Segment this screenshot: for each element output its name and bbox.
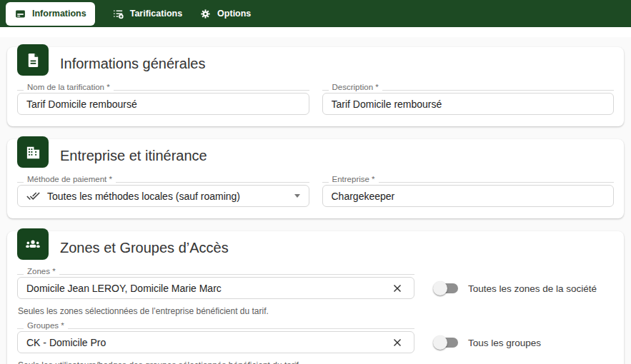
nom-tarification-input[interactable] — [26, 93, 300, 114]
field-nom-tarification: Nom de la tarification * — [17, 81, 309, 115]
card-header: Entreprise et itinérance — [17, 139, 614, 172]
field-entreprise: Entreprise * — [322, 173, 615, 207]
toggle-all-zones[interactable]: Toutes les zones de la société — [433, 281, 597, 295]
page-content: Informations générales Nom de la tarific… — [0, 37, 631, 364]
zones-input[interactable] — [26, 278, 382, 298]
toggle-label: Tous les groupes — [468, 338, 541, 348]
top-navigation-bar: Informations Tarifications — [0, 0, 631, 27]
clear-zones-button[interactable] — [389, 280, 405, 296]
toggle-all-groups[interactable]: Tous les groupes — [433, 335, 541, 350]
tab-label: Tarifications — [130, 9, 182, 19]
tab-label: Options — [217, 9, 251, 19]
gear-icon — [199, 8, 212, 20]
section-title: Entreprise et itinérance — [60, 148, 207, 164]
zones-row: Zones * Toutes les zon — [17, 266, 614, 299]
tab-informations[interactable]: Informations — [6, 2, 95, 26]
field-label-row: Description * — [322, 81, 615, 91]
content-divider — [0, 27, 631, 37]
clear-groupes-button[interactable] — [389, 335, 405, 350]
card-icon — [14, 8, 26, 20]
field-label-row: Zones * — [17, 266, 414, 275]
playlist-add-icon — [112, 8, 124, 20]
field-label: Nom de la tarification * — [24, 83, 114, 92]
field-label: Groupes * — [24, 321, 68, 330]
zones-helper-text: Seules les zones sélectionnées de l’entr… — [18, 306, 614, 316]
field-label: Méthode de paiement * — [24, 175, 116, 184]
field-zones: Zones * — [17, 266, 414, 299]
groupes-row: Groupes * Tous les gro — [17, 320, 614, 353]
done-all-icon — [26, 189, 40, 203]
document-icon — [17, 44, 49, 76]
toggle-label: Toutes les zones de la société — [468, 283, 597, 294]
selected-option: Toutes les méthodes locales (sauf roamin… — [47, 191, 240, 202]
entreprise-input[interactable] — [332, 186, 605, 206]
section-title: Zones et Groupes d’Accès — [60, 240, 229, 256]
card-header: Zones et Groupes d’Accès — [17, 231, 614, 264]
section-title: Informations générales — [60, 56, 205, 72]
building-icon — [17, 136, 49, 168]
groups-icon — [17, 228, 49, 260]
field-label-row: Entreprise * — [322, 173, 615, 183]
close-icon — [392, 283, 402, 293]
field-label-row: Nom de la tarification * — [17, 81, 309, 91]
description-input[interactable] — [332, 93, 605, 114]
methode-paiement-select[interactable]: Toutes les méthodes locales (sauf roamin… — [17, 185, 309, 207]
card-zones-groupes: Zones et Groupes d’Accès Zones * — [7, 231, 624, 364]
toggle-all-zones-switch[interactable] — [433, 281, 459, 295]
groupes-helper-text: Seuls les utilisateurs/badges des groupe… — [18, 360, 614, 364]
field-label: Zones * — [24, 267, 59, 276]
card-entreprise-itinerance: Entreprise et itinérance Méthode de paie… — [7, 139, 624, 218]
field-label-row: Groupes * — [17, 320, 414, 329]
groupes-input[interactable] — [26, 332, 382, 353]
field-groupes: Groupes * — [17, 320, 414, 353]
field-label-row: Méthode de paiement * — [17, 173, 309, 183]
field-methode-paiement: Méthode de paiement * Toutes les méthode… — [17, 173, 309, 207]
tab-options[interactable]: Options — [199, 8, 251, 20]
tab-tarifications[interactable]: Tarifications — [112, 8, 182, 20]
field-label: Description * — [329, 83, 382, 92]
card-informations-generales: Informations générales Nom de la tarific… — [7, 47, 624, 126]
card-header: Informations générales — [17, 47, 614, 80]
close-icon — [392, 338, 402, 348]
tab-label: Informations — [32, 9, 86, 19]
toggle-all-groups-switch[interactable] — [433, 335, 459, 350]
field-description: Description * — [322, 81, 615, 115]
field-label: Entreprise * — [329, 175, 379, 184]
chevron-down-icon — [294, 194, 300, 198]
